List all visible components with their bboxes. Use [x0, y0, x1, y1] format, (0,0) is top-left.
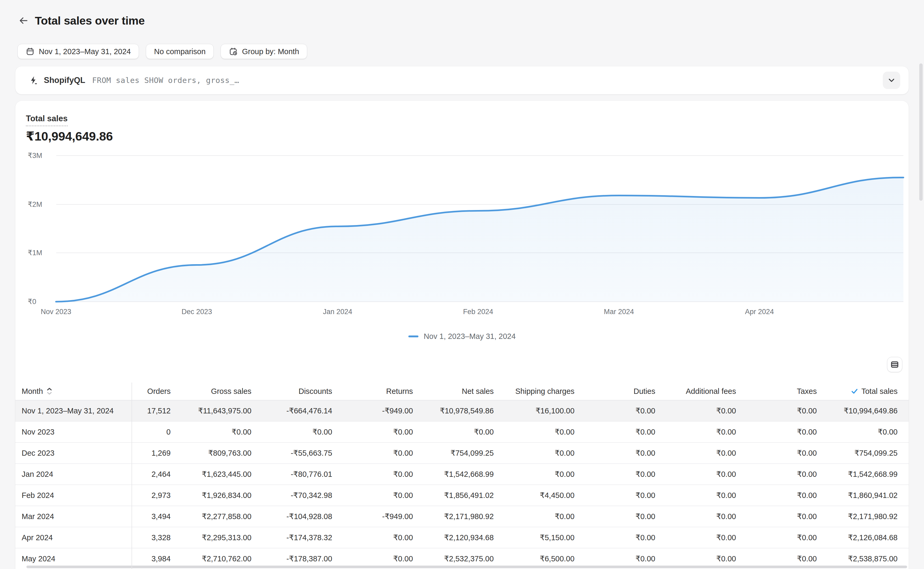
- table-row: Nov 20230₹0.00₹0.00₹0.00₹0.00₹0.00₹0.00₹…: [15, 421, 909, 443]
- cell-value: -₹949.00: [343, 406, 424, 415]
- cell-value: 17,512: [132, 406, 182, 415]
- cell-value: ₹0.00: [666, 470, 747, 479]
- chevron-down-icon: [887, 76, 896, 85]
- column-header-taxes[interactable]: Taxes: [747, 387, 828, 396]
- cell-month: Feb 2024: [15, 491, 132, 500]
- cell-value: ₹0.00: [666, 406, 747, 415]
- x-axis-tick: Nov 2023: [41, 308, 71, 316]
- cell-value: ₹0.00: [343, 491, 424, 500]
- cell-value: 1,269: [132, 449, 182, 458]
- metric-label[interactable]: Total sales: [26, 114, 68, 126]
- column-header-returns[interactable]: Returns: [343, 387, 424, 396]
- cell-value: ₹0.00: [666, 428, 747, 437]
- date-range-label: Nov 1, 2023–May 31, 2024: [39, 47, 131, 56]
- cell-value: ₹0.00: [747, 428, 828, 437]
- cell-value: ₹0.00: [263, 428, 343, 437]
- chart-plot[interactable]: ₹3M ₹2M ₹1M ₹0: [15, 151, 909, 304]
- report-card: Total sales ₹10,994,649.86 ₹3M ₹2M ₹1M ₹…: [15, 100, 909, 569]
- cell-value: 3,984: [132, 554, 182, 563]
- cell-value: ₹754,099.25: [424, 449, 505, 458]
- cell-value: ₹0.00: [343, 428, 424, 437]
- table-row: Feb 20242,973₹1,926,834.00-₹70,342.98₹0.…: [15, 485, 909, 506]
- cell-value: -₹55,663.75: [263, 449, 343, 458]
- cell-value: ₹0.00: [586, 470, 666, 479]
- table-icon: [890, 360, 900, 369]
- cell-month: Dec 2023: [15, 449, 132, 458]
- cell-value: ₹0.00: [586, 554, 666, 563]
- cell-value: 0: [132, 428, 182, 437]
- legend-swatch: [408, 335, 418, 337]
- cell-value: ₹0.00: [747, 554, 828, 563]
- cell-value: ₹0.00: [343, 554, 424, 563]
- metric-value: ₹10,994,649.86: [26, 129, 909, 143]
- cell-value: ₹2,710,762.00: [182, 554, 263, 563]
- cell-value: -₹174,378.32: [263, 533, 343, 542]
- group-by-button[interactable]: Group by: Month: [220, 44, 307, 59]
- cell-value: ₹0.00: [666, 512, 747, 521]
- cell-value: -₹104,928.08: [263, 512, 343, 521]
- table-header-row: Month Orders Gross sales Discounts Retur…: [15, 382, 909, 400]
- column-header-orders[interactable]: Orders: [132, 387, 182, 396]
- cell-value: ₹2,277,858.00: [182, 512, 263, 521]
- comparison-button[interactable]: No comparison: [146, 44, 214, 59]
- group-by-label: Group by: Month: [242, 47, 299, 56]
- shopifyql-bar[interactable]: ShopifyQL FROM sales SHOW orders, gross_…: [15, 66, 909, 94]
- column-header-total-sales[interactable]: Total sales: [828, 387, 909, 396]
- cell-value: ₹0.00: [343, 533, 424, 542]
- column-header-additional-fees[interactable]: Additional fees: [666, 387, 747, 396]
- cell-month: Jan 2024: [15, 470, 132, 479]
- vertical-scrollbar[interactable]: [919, 63, 922, 201]
- cell-value: ₹6,500.00: [505, 554, 586, 563]
- column-header-gross-sales[interactable]: Gross sales: [182, 387, 263, 396]
- cell-value: ₹16,100.00: [505, 406, 586, 415]
- column-header-month[interactable]: Month: [15, 387, 132, 396]
- cell-value: ₹0.00: [747, 533, 828, 542]
- column-header-duties[interactable]: Duties: [586, 387, 666, 396]
- date-range-button[interactable]: Nov 1, 2023–May 31, 2024: [17, 44, 139, 59]
- calendar-icon: [26, 47, 35, 56]
- cell-value: ₹809,763.00: [182, 449, 263, 458]
- cell-value: ₹0.00: [586, 491, 666, 500]
- cell-value: 3,328: [132, 533, 182, 542]
- cell-value: ₹0.00: [747, 512, 828, 521]
- table-row: Jan 20242,464₹1,623,445.00-₹80,776.01₹0.…: [15, 464, 909, 485]
- cell-value: ₹1,542,668.99: [828, 470, 909, 479]
- cell-value: ₹1,542,668.99: [424, 470, 505, 479]
- x-axis-tick: Feb 2024: [463, 308, 493, 316]
- cell-value: ₹0.00: [182, 428, 263, 437]
- cell-value: ₹0.00: [747, 406, 828, 415]
- table-toolbar: [15, 357, 909, 372]
- cell-value: ₹0.00: [343, 470, 424, 479]
- filter-row: Nov 1, 2023–May 31, 2024 No comparison G…: [17, 44, 909, 59]
- cell-value: ₹11,643,975.00: [182, 406, 263, 415]
- cell-value: -₹80,776.01: [263, 470, 343, 479]
- chart-legend: Nov 1, 2023–May 31, 2024: [15, 331, 909, 342]
- cell-value: ₹0.00: [505, 428, 586, 437]
- cell-value: ₹0.00: [424, 428, 505, 437]
- column-header-discounts[interactable]: Discounts: [263, 387, 343, 396]
- cell-value: ₹0.00: [505, 470, 586, 479]
- cell-value: ₹0.00: [828, 428, 909, 437]
- x-axis-tick: Dec 2023: [181, 308, 212, 316]
- horizontal-scrollbar[interactable]: [26, 566, 907, 568]
- back-button[interactable]: [18, 15, 29, 26]
- cell-value: ₹0.00: [666, 491, 747, 500]
- cell-value: ₹0.00: [666, 533, 747, 542]
- column-header-net-sales[interactable]: Net sales: [424, 387, 505, 396]
- sales-table: Month Orders Gross sales Discounts Retur…: [15, 382, 909, 569]
- cell-value: ₹0.00: [747, 470, 828, 479]
- table-row: Apr 20243,328₹2,295,313.00-₹174,378.32₹0…: [15, 527, 909, 548]
- shopifyql-expand-button[interactable]: [883, 72, 900, 89]
- cell-value: ₹10,978,549.86: [424, 406, 505, 415]
- cell-value: ₹0.00: [343, 449, 424, 458]
- cell-value: 2,464: [132, 470, 182, 479]
- calendar-clock-icon: [229, 47, 238, 56]
- cell-value: -₹949.00: [343, 512, 424, 521]
- area-fill: [56, 178, 903, 302]
- x-axis: Nov 2023 Dec 2023 Jan 2024 Feb 2024 Mar …: [15, 304, 909, 319]
- sort-icon: [46, 388, 53, 395]
- column-header-shipping-charges[interactable]: Shipping charges: [505, 387, 586, 396]
- table-view-button[interactable]: [887, 357, 902, 372]
- shopifyql-query: FROM sales SHOW orders, gross_…: [92, 76, 239, 85]
- cell-value: ₹2,295,313.00: [182, 533, 263, 542]
